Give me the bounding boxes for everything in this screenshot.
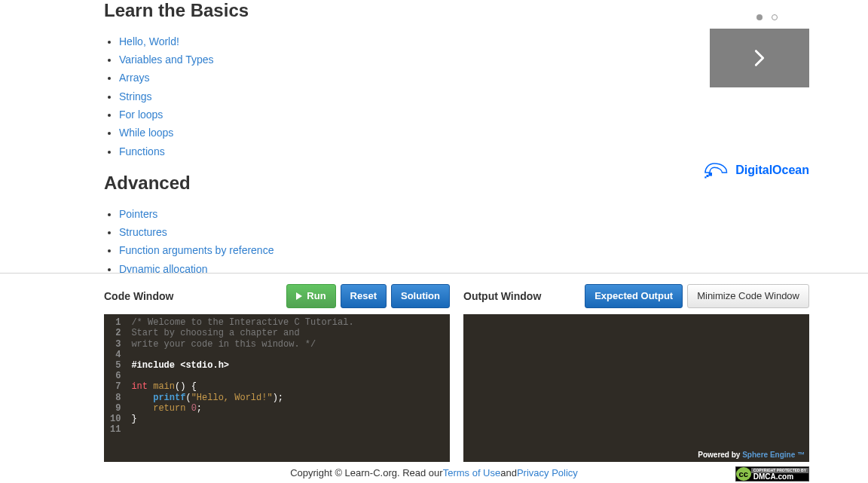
sponsor-name: DigitalOcean [735,164,809,177]
list-item: Arrays [119,70,451,85]
list-item: Structures [119,225,451,240]
list-item: Pointers [119,206,451,222]
editor-panel: Code Window Run Reset Solution 123456789… [0,273,868,462]
expected-output-button[interactable]: Expected Output [585,284,683,308]
svg-rect-0 [709,173,713,176]
list-item: Functions [119,144,451,159]
chevron-right-icon [749,47,770,69]
dmca-cc-icon: cc [736,467,751,481]
advanced-list: PointersStructuresFunction arguments by … [104,206,451,273]
code-pane: Code Window Run Reset Solution 123456789… [104,284,450,462]
terms-link[interactable]: Terms of Use [443,467,501,478]
svg-rect-1 [707,175,709,177]
lesson-link[interactable]: Function arguments by reference [119,244,274,256]
output-window-title: Output Window [463,290,541,302]
basics-list: Hello, World!Variables and TypesArraysSt… [104,34,451,159]
section-title-basics: Learn the Basics [104,0,451,22]
code-button-row: Run Reset Solution [286,284,450,308]
solution-button[interactable]: Solution [391,284,450,308]
list-item: Dynamic allocation [119,261,451,273]
reset-button[interactable]: Reset [341,284,387,308]
output-pane: Output Window Expected Output Minimize C… [463,284,809,462]
carousel-dots [710,11,809,23]
list-item: Strings [119,89,451,104]
powered-by: Powered by Sphere Engine ™ [698,451,805,459]
output-button-row: Expected Output Minimize Code Window [585,284,809,308]
lesson-link[interactable]: For loops [119,109,163,121]
lesson-link[interactable]: While loops [119,127,173,139]
lesson-link[interactable]: Arrays [119,72,149,84]
lesson-link[interactable]: Hello, World! [119,35,179,47]
dmca-badge[interactable]: cc COPYRIGHT PROTECTED BY DMCA.com [735,466,809,481]
lesson-link[interactable]: Variables and Types [119,53,214,66]
code-text: /* Welcome to the Interactive C Tutorial… [125,314,359,462]
lessons-column: Learn the Basics Hello, World!Variables … [104,0,451,273]
lesson-link[interactable]: Functions [119,145,165,157]
run-button[interactable]: Run [286,284,335,308]
carousel-next-button[interactable] [710,29,809,87]
lesson-link[interactable]: Structures [119,226,167,238]
lesson-link[interactable]: Strings [119,90,152,102]
lesson-link[interactable]: Dynamic allocation [119,263,208,273]
code-window-title: Code Window [104,290,173,302]
output-area: Powered by Sphere Engine ™ [463,314,809,462]
svg-rect-2 [704,176,706,178]
list-item: Variables and Types [119,52,451,67]
carousel-dot-inactive[interactable] [772,14,778,20]
line-gutter: 1234567891011 [104,314,125,462]
play-icon [296,292,302,300]
code-editor[interactable]: 1234567891011 /* Welcome to the Interact… [104,314,450,462]
sphere-engine-link[interactable]: Sphere Engine ™ [742,451,805,459]
list-item: Hello, World! [119,34,451,49]
list-item: For loops [119,107,451,122]
minimize-button[interactable]: Minimize Code Window [687,284,809,308]
list-item: Function arguments by reference [119,243,451,258]
carousel [710,11,809,87]
lesson-link[interactable]: Pointers [119,208,157,220]
digitalocean-icon [701,161,728,179]
sponsor-link[interactable]: DigitalOcean [701,161,809,179]
section-title-advanced: Advanced [104,173,451,194]
privacy-link[interactable]: Privacy Policy [517,467,578,478]
copyright-text: Copyright © Learn-C.org. Read our [290,467,443,478]
list-item: While loops [119,125,451,140]
carousel-dot-active[interactable] [756,14,763,20]
